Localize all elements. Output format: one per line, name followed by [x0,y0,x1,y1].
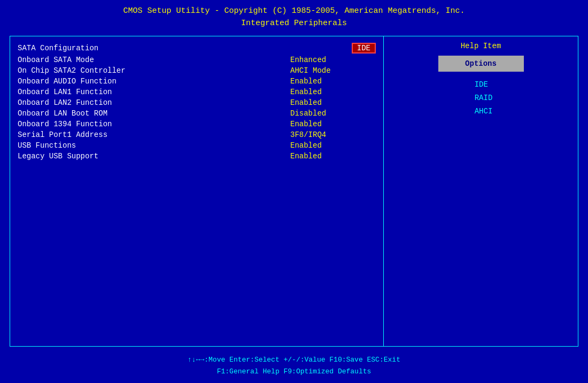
menu-item-value[interactable]: Disabled [290,109,376,118]
menu-row[interactable]: Onboard LAN2 FunctionEnabled [18,97,376,108]
menu-item-value[interactable]: Enabled [290,141,376,150]
menu-item-value[interactable]: Enhanced [290,56,376,64]
menu-item-label: Onboard 1394 Function [18,120,146,128]
menu-item-value[interactable]: 3F8/IRQ4 [290,131,376,139]
header-line1: CMOS Setup Utility - Copyright (C) 1985-… [0,5,588,18]
footer-line2: F1:General Help F9:Optimized Defaults [0,366,588,378]
menu-row[interactable]: Serial Port1 Address3F8/IRQ4 [18,129,376,140]
menu-item-label: Serial Port1 Address [18,131,146,139]
options-list: IDERAIDAHCI [469,78,493,119]
menu-item-label: USB Functions [18,141,146,150]
menu-item-value[interactable]: Enabled [290,88,376,96]
menu-item-value[interactable]: Enabled [290,120,376,128]
menu-item-label: SATA Configuration [18,44,146,52]
options-box: Options [438,56,524,72]
help-panel-title: Help Item [461,42,501,50]
menu-row[interactable]: Onboard SATA ModeEnhanced [18,55,376,65]
options-label: Options [448,59,514,68]
option-item[interactable]: RAID [475,91,493,105]
footer-line1: ↑↓↔→:Move Enter:Select +/-/:Value F10:Sa… [0,354,588,366]
menu-row[interactable]: Legacy USB SupportEnabled [18,151,376,162]
menu-row[interactable]: SATA ConfigurationIDE [18,42,376,55]
menu-row[interactable]: Onboard LAN1 FunctionEnabled [18,87,376,97]
menu-row[interactable]: On Chip SATA2 ControllerAHCI Mode [18,65,376,76]
menu-item-label: Legacy USB Support [18,152,146,160]
header-line2: Integrated Peripherals [0,18,588,30]
menu-row[interactable]: Onboard AUDIO FunctionEnabled [18,76,376,87]
option-item[interactable]: IDE [475,78,493,91]
menu-row[interactable]: USB FunctionsEnabled [18,140,376,151]
bios-header: CMOS Setup Utility - Copyright (C) 1985-… [0,0,588,33]
menu-item-label: Onboard LAN Boot ROM [18,109,146,118]
bios-footer: ↑↓↔→:Move Enter:Select +/-/:Value F10:Sa… [0,350,588,383]
menu-row[interactable]: Onboard LAN Boot ROMDisabled [18,108,376,119]
menu-item-label: Onboard LAN1 Function [18,88,146,96]
right-panel: Help Item Options IDERAIDAHCI [384,36,578,346]
menu-item-value[interactable]: AHCI Mode [290,66,376,75]
option-item[interactable]: AHCI [475,105,493,118]
menu-item-value[interactable]: Enabled [290,98,376,107]
menu-item-value[interactable]: Enabled [290,152,376,160]
menu-item-value[interactable]: Enabled [290,77,376,86]
left-panel: SATA ConfigurationIDEOnboard SATA ModeEn… [10,36,384,346]
menu-item-label: Onboard SATA Mode [18,56,146,64]
main-container: SATA ConfigurationIDEOnboard SATA ModeEn… [10,36,578,347]
menu-item-label: Onboard LAN2 Function [18,98,146,107]
menu-row[interactable]: Onboard 1394 FunctionEnabled [18,119,376,129]
menu-item-label: Onboard AUDIO Function [18,77,146,86]
menu-item-value[interactable]: IDE [352,43,376,53]
menu-item-label: On Chip SATA2 Controller [18,66,146,75]
